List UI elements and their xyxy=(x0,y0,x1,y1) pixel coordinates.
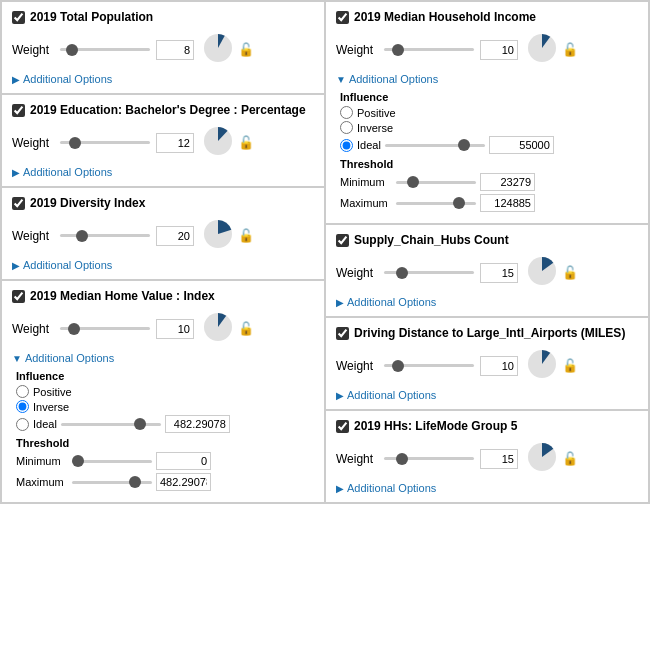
lock-icon[interactable]: 🔓 xyxy=(238,228,254,243)
weight-slider[interactable] xyxy=(384,271,474,274)
influence-radio-ideal[interactable] xyxy=(340,139,353,152)
ideal-value-input[interactable] xyxy=(165,415,230,433)
pie-lock-container: 🔓 xyxy=(202,311,254,346)
panel-checkbox[interactable] xyxy=(12,197,25,210)
influence-radio-positive[interactable] xyxy=(340,106,353,119)
additional-options-toggle[interactable]: ▼Additional Options xyxy=(12,352,314,364)
influence-option-label: Positive xyxy=(357,107,396,119)
ideal-value-input[interactable] xyxy=(489,136,554,154)
lock-icon[interactable]: 🔓 xyxy=(562,42,578,57)
weight-input[interactable] xyxy=(156,319,194,339)
influence-radio-ideal[interactable] xyxy=(16,418,29,431)
chevron-icon: ▶ xyxy=(12,74,20,85)
panel-checkbox[interactable] xyxy=(336,327,349,340)
threshold-minimum-slider[interactable] xyxy=(396,181,476,184)
weight-label: Weight xyxy=(12,43,54,57)
panel-title-row: 2019 Median Household Income xyxy=(336,10,638,24)
weight-input[interactable] xyxy=(480,449,518,469)
left-column: 2019 Total PopulationWeight 🔓▶Additional… xyxy=(1,1,325,503)
ideal-slider[interactable] xyxy=(61,423,161,426)
ideal-slider[interactable] xyxy=(385,144,485,147)
threshold-minimum-slider[interactable] xyxy=(72,460,152,463)
pie-chart xyxy=(202,125,234,160)
weight-label: Weight xyxy=(12,322,54,336)
threshold-minimum-row: Minimum xyxy=(16,452,314,470)
influence-radio-inverse[interactable] xyxy=(16,400,29,413)
weight-input[interactable] xyxy=(156,226,194,246)
additional-options-toggle[interactable]: ▶Additional Options xyxy=(12,166,314,178)
lock-icon[interactable]: 🔓 xyxy=(562,265,578,280)
weight-input[interactable] xyxy=(480,263,518,283)
panel-checkbox[interactable] xyxy=(12,11,25,24)
additional-options-label: Additional Options xyxy=(347,482,436,494)
lock-icon[interactable]: 🔓 xyxy=(238,321,254,336)
panel-checkbox[interactable] xyxy=(336,234,349,247)
weight-row: Weight 🔓 xyxy=(336,348,638,383)
threshold-section-label: Threshold xyxy=(16,437,314,449)
influence-section-label: Influence xyxy=(340,91,638,103)
additional-options-label: Additional Options xyxy=(349,73,438,85)
influence-radio-positive[interactable] xyxy=(16,385,29,398)
pie-chart xyxy=(202,32,234,67)
pie-lock-container: 🔓 xyxy=(526,441,578,476)
options-body: InfluencePositiveInverseIdealThresholdMi… xyxy=(12,370,314,491)
additional-options-label: Additional Options xyxy=(23,166,112,178)
options-body: InfluencePositiveInverseIdealThresholdMi… xyxy=(336,91,638,212)
weight-input[interactable] xyxy=(480,40,518,60)
threshold-maximum-input[interactable] xyxy=(156,473,211,491)
weight-input[interactable] xyxy=(156,40,194,60)
threshold-minimum-input[interactable] xyxy=(156,452,211,470)
additional-options-toggle[interactable]: ▶Additional Options xyxy=(12,259,314,271)
panel-checkbox[interactable] xyxy=(12,104,25,117)
weight-slider[interactable] xyxy=(60,327,150,330)
right-column: 2019 Median Household IncomeWeight 🔓▼Add… xyxy=(325,1,649,503)
weight-input[interactable] xyxy=(480,356,518,376)
weight-row: Weight 🔓 xyxy=(12,218,314,253)
threshold-minimum-input[interactable] xyxy=(480,173,535,191)
influence-radio-inverse[interactable] xyxy=(340,121,353,134)
threshold-maximum-slider[interactable] xyxy=(72,481,152,484)
weight-slider[interactable] xyxy=(60,48,150,51)
influence-option-label: Ideal xyxy=(33,418,57,430)
lock-icon[interactable]: 🔓 xyxy=(238,42,254,57)
weight-slider[interactable] xyxy=(384,48,474,51)
weight-label: Weight xyxy=(336,43,378,57)
additional-options-toggle[interactable]: ▼Additional Options xyxy=(336,73,638,85)
panel-title-row: Supply_Chain_Hubs Count xyxy=(336,233,638,247)
additional-options-toggle[interactable]: ▶Additional Options xyxy=(336,482,638,494)
weight-row: Weight 🔓 xyxy=(12,32,314,67)
lock-icon[interactable]: 🔓 xyxy=(238,135,254,150)
additional-options-toggle[interactable]: ▶Additional Options xyxy=(12,73,314,85)
threshold-maximum-input[interactable] xyxy=(480,194,535,212)
chevron-icon: ▼ xyxy=(12,353,22,364)
threshold-maximum-label: Maximum xyxy=(16,476,68,488)
threshold-maximum-row: Maximum xyxy=(340,194,638,212)
additional-options-label: Additional Options xyxy=(347,389,436,401)
lock-icon[interactable]: 🔓 xyxy=(562,451,578,466)
lock-icon[interactable]: 🔓 xyxy=(562,358,578,373)
panel-title-row: 2019 Education: Bachelor's Degree : Perc… xyxy=(12,103,314,117)
panel-diversity: 2019 Diversity IndexWeight 🔓▶Additional … xyxy=(1,187,325,280)
panel-checkbox[interactable] xyxy=(336,420,349,433)
weight-row: Weight 🔓 xyxy=(336,32,638,67)
panel-title-row: 2019 Median Home Value : Index xyxy=(12,289,314,303)
pie-lock-container: 🔓 xyxy=(202,125,254,160)
additional-options-toggle[interactable]: ▶Additional Options xyxy=(336,389,638,401)
additional-options-toggle[interactable]: ▶Additional Options xyxy=(336,296,638,308)
panel-home-value: 2019 Median Home Value : IndexWeight 🔓▼A… xyxy=(1,280,325,503)
weight-slider[interactable] xyxy=(384,364,474,367)
pie-lock-container: 🔓 xyxy=(202,32,254,67)
weight-input[interactable] xyxy=(156,133,194,153)
weight-slider[interactable] xyxy=(384,457,474,460)
influence-option-label: Positive xyxy=(33,386,72,398)
panel-title-row: 2019 HHs: LifeMode Group 5 xyxy=(336,419,638,433)
weight-row: Weight 🔓 xyxy=(336,255,638,290)
threshold-maximum-slider[interactable] xyxy=(396,202,476,205)
panel-checkbox[interactable] xyxy=(12,290,25,303)
panel-checkbox[interactable] xyxy=(336,11,349,24)
weight-slider[interactable] xyxy=(60,141,150,144)
weight-label: Weight xyxy=(336,266,378,280)
influence-option-row: Inverse xyxy=(340,121,638,134)
pie-chart xyxy=(526,441,558,476)
weight-slider[interactable] xyxy=(60,234,150,237)
